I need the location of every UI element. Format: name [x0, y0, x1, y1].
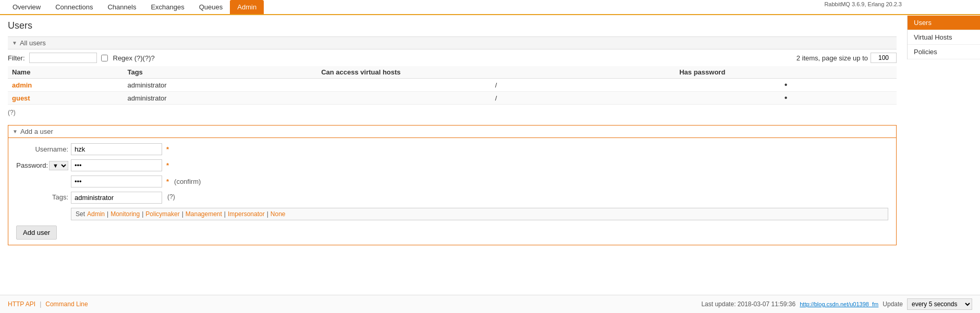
- username-required: *: [166, 145, 169, 153]
- tag-management[interactable]: Management: [186, 210, 222, 218]
- nav-item-queues[interactable]: Queues: [192, 0, 230, 14]
- password-required: *: [166, 161, 169, 169]
- password-label: Password:: [16, 161, 48, 169]
- items-count-text: 2 items, page size up to: [797, 54, 868, 62]
- tag-none[interactable]: None: [271, 210, 286, 218]
- username-label: Username:: [16, 145, 68, 153]
- nav-item-exchanges[interactable]: Exchanges: [143, 0, 191, 14]
- filter-row: Filter: Regex (?)(?)?: [8, 49, 155, 66]
- right-nav-policies[interactable]: Policies: [908, 45, 980, 59]
- tags-help: (?): [167, 193, 175, 201]
- col-has-password: Has password: [675, 66, 897, 79]
- right-nav-users[interactable]: Users: [908, 16, 980, 30]
- page-title: Users: [8, 20, 897, 31]
- tags-row: Tags: (?): [16, 192, 888, 204]
- password-confirm-input[interactable]: [71, 176, 162, 187]
- user-tags: administrator: [123, 79, 317, 92]
- password-confirm-required: *: [166, 178, 169, 185]
- add-user-form: Username: * Password: ▼ * * (confi: [8, 138, 896, 226]
- tag-shortcuts: Set Admin | Monitoring | Policymaker | M…: [71, 208, 888, 220]
- regex-label: Regex (?)(?)?: [113, 54, 155, 62]
- filter-input[interactable]: [29, 53, 97, 63]
- tags-label: Tags:: [16, 193, 68, 201]
- username-input[interactable]: [71, 143, 162, 155]
- password-type-select[interactable]: ▼: [49, 161, 68, 170]
- user-vhosts: /: [317, 92, 675, 105]
- tag-impersonator[interactable]: Impersonator: [228, 210, 265, 218]
- main-content: Users ▼ All users Filter: Regex (?)(?)? …: [0, 15, 904, 258]
- tag-admin[interactable]: Admin: [87, 210, 105, 218]
- table-row: admin administrator / •: [8, 79, 897, 92]
- collapse-arrow: ▼: [12, 40, 17, 46]
- regex-checkbox[interactable]: [101, 55, 108, 61]
- col-tags: Tags: [123, 66, 317, 79]
- col-name: Name: [8, 66, 123, 79]
- nav-item-connections[interactable]: Connections: [48, 0, 100, 14]
- user-has-password: •: [675, 79, 897, 92]
- nav-item-overview[interactable]: Overview: [5, 0, 48, 14]
- password-row-1: Password: ▼ *: [16, 159, 888, 171]
- add-user-section-header[interactable]: ▼ Add a user: [8, 126, 896, 138]
- add-user-section: ▼ Add a user Username: * Password: ▼ *: [8, 125, 897, 245]
- add-user-arrow: ▼: [13, 129, 18, 134]
- top-right-info: RabbitMQ 3.6.9, Erlang 20.2.3: [824, 1, 902, 7]
- add-user-section-label: Add a user: [20, 128, 53, 135]
- nav-item-channels[interactable]: Channels: [100, 0, 143, 14]
- all-users-section-header[interactable]: ▼ All users: [8, 36, 897, 49]
- help-text: (?): [8, 108, 897, 117]
- rabbitmq-version: RabbitMQ 3.6.9, Erlang 20.2.3: [824, 1, 902, 7]
- filter-label: Filter:: [8, 54, 25, 62]
- user-tags: administrator: [123, 92, 317, 105]
- nav-item-admin[interactable]: Admin: [230, 0, 264, 14]
- user-has-password: •: [675, 92, 897, 105]
- col-virtual-hosts: Can access virtual hosts: [317, 66, 675, 79]
- table-row: guest administrator / •: [8, 92, 897, 105]
- page-size-input[interactable]: [871, 53, 897, 63]
- user-name[interactable]: admin: [8, 79, 123, 92]
- tags-input[interactable]: [71, 192, 162, 204]
- password-input[interactable]: [71, 159, 162, 171]
- tag-monitoring[interactable]: Monitoring: [111, 210, 140, 218]
- user-name[interactable]: guest: [8, 92, 123, 105]
- all-users-label: All users: [20, 39, 46, 47]
- confirm-label: (confirm): [174, 178, 201, 185]
- password-row-2: * (confirm): [16, 176, 888, 187]
- users-table: Name Tags Can access virtual hosts Has p…: [8, 66, 897, 105]
- items-count: 2 items, page size up to: [797, 51, 897, 65]
- username-row: Username: *: [16, 143, 888, 155]
- add-user-button[interactable]: Add user: [16, 226, 57, 240]
- right-nav-virtual-hosts[interactable]: Virtual Hosts: [908, 30, 980, 45]
- user-vhosts: /: [317, 79, 675, 92]
- password-label-group: Password: ▼: [16, 161, 68, 170]
- tag-set-label: Set: [76, 210, 85, 218]
- tag-policymaker[interactable]: Policymaker: [145, 210, 179, 218]
- right-panel: UsersVirtual HostsPolicies: [907, 16, 980, 59]
